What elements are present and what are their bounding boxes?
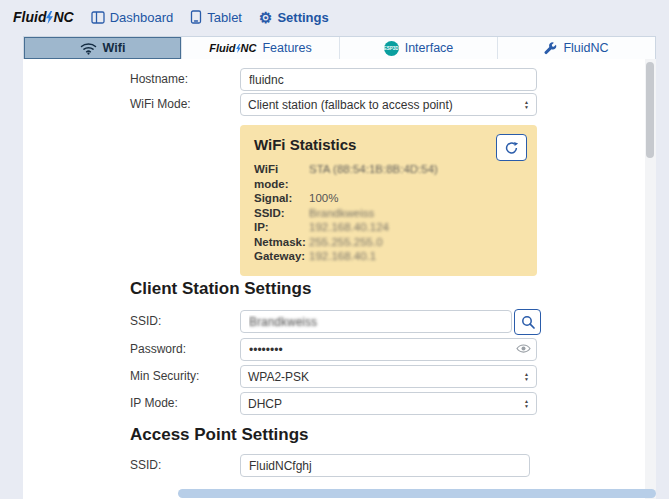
- tab-interface-label: Interface: [405, 41, 454, 55]
- client-station-heading: Client Station Settings: [130, 279, 311, 299]
- hostname-input[interactable]: [240, 68, 537, 91]
- tab-fluidnc[interactable]: FluidNC: [497, 37, 655, 59]
- nav-settings-label: Settings: [277, 10, 328, 25]
- fluidnc-webui-settings-page: Fluid NC Dashboard Tablet ⚙ Settings Wif…: [0, 0, 669, 499]
- tab-wifi[interactable]: Wifi: [24, 37, 181, 59]
- stats-row-signal: Signal: 100%: [254, 191, 523, 206]
- mini-brand-post: NC: [241, 42, 257, 54]
- wifi-mode-select[interactable]: Client station (fallback to access point…: [240, 93, 537, 116]
- nav-settings[interactable]: ⚙ Settings: [259, 10, 329, 25]
- stats-label: SSID:: [254, 206, 309, 221]
- tab-features[interactable]: Fluid NC Features: [181, 37, 339, 59]
- dashboard-icon: [91, 11, 105, 24]
- stats-label: Gateway:: [254, 249, 309, 264]
- show-password-toggle[interactable]: [516, 343, 531, 354]
- wifi-icon: [80, 42, 97, 55]
- wrench-icon: [544, 42, 557, 55]
- fluidnc-logo[interactable]: Fluid NC: [13, 9, 74, 25]
- mini-brand-pre: Fluid: [209, 42, 235, 54]
- stats-value: Brandkweiss: [309, 206, 374, 221]
- min-security-label: Min Security:: [130, 369, 199, 383]
- nav-tablet-label: Tablet: [207, 10, 242, 25]
- eye-icon: [516, 343, 531, 354]
- esp3d-badge-icon: ESP3D: [384, 41, 399, 56]
- brand-text-post: NC: [53, 9, 73, 25]
- ip-mode-selected-value: DHCP: [248, 397, 282, 411]
- lightning-icon: [46, 11, 53, 24]
- wifi-mode-label: WiFi Mode:: [130, 97, 191, 111]
- nav-dashboard-label: Dashboard: [110, 10, 174, 25]
- stats-row-netmask: Netmask: 255.255.255.0: [254, 235, 523, 250]
- search-icon: [521, 315, 535, 329]
- wifi-statistics-title: WiFi Statistics: [254, 136, 523, 153]
- refresh-icon: [504, 141, 519, 155]
- client-ssid-input[interactable]: [240, 310, 512, 333]
- select-arrows-icon: ▲▼: [524, 100, 529, 109]
- wifi-statistics-panel: WiFi Statistics WiFi mode: STA (88:54:1B…: [240, 125, 537, 276]
- refresh-button[interactable]: [496, 134, 527, 161]
- scan-ssid-button[interactable]: [514, 309, 541, 335]
- select-arrows-icon: ▲▼: [524, 399, 529, 408]
- top-navigation: Fluid NC Dashboard Tablet ⚙ Settings: [0, 0, 669, 34]
- stats-row-gateway: Gateway: 192.168.40.1: [254, 249, 523, 264]
- min-security-select[interactable]: WPA2-PSK ▲▼: [240, 365, 537, 388]
- stats-row-ip: IP: 192.168.40.124: [254, 220, 523, 235]
- stats-value: 192.168.40.124: [309, 220, 389, 235]
- settings-tab-bar: Wifi Fluid NC Features ESP3D Interface F…: [23, 36, 656, 60]
- ap-ssid-label: SSID:: [130, 458, 161, 472]
- stats-label: Signal:: [254, 191, 309, 206]
- stats-value: 255.255.255.0: [309, 235, 383, 250]
- brand-text-pre: Fluid: [13, 9, 46, 25]
- vertical-scrollbar[interactable]: [645, 59, 656, 499]
- gear-icon: ⚙: [259, 10, 272, 25]
- min-security-selected-value: WPA2-PSK: [248, 370, 309, 384]
- wifi-mode-selected-value: Client station (fallback to access point…: [248, 98, 453, 112]
- horizontal-scrollbar-thumb[interactable]: [178, 489, 656, 498]
- stats-value: STA (88:54:1B:8B:4D:54): [309, 162, 438, 191]
- select-arrows-icon: ▲▼: [524, 372, 529, 381]
- stats-label: Netmask:: [254, 235, 309, 250]
- ip-mode-select[interactable]: DHCP ▲▼: [240, 392, 537, 415]
- password-input[interactable]: [240, 338, 537, 361]
- tab-fluidnc-label: FluidNC: [563, 41, 608, 55]
- hostname-label: Hostname:: [130, 72, 188, 86]
- access-point-heading: Access Point Settings: [130, 425, 309, 445]
- stats-label: IP:: [254, 220, 309, 235]
- tab-wifi-label: Wifi: [103, 41, 126, 55]
- stats-value: 100%: [309, 191, 338, 206]
- fluidnc-mini-logo: Fluid NC: [209, 42, 256, 54]
- password-label: Password:: [130, 342, 186, 356]
- client-ssid-label: SSID:: [130, 314, 161, 328]
- stats-value: 192.168.40.1: [309, 249, 376, 264]
- nav-tablet[interactable]: Tablet: [190, 10, 242, 25]
- ap-ssid-input[interactable]: [240, 454, 530, 477]
- vertical-scrollbar-thumb[interactable]: [646, 62, 654, 158]
- nav-dashboard[interactable]: Dashboard: [91, 10, 174, 25]
- tab-features-label: Features: [262, 41, 311, 55]
- ip-mode-label: IP Mode:: [130, 396, 178, 410]
- stats-row-ssid: SSID: Brandkweiss: [254, 206, 523, 221]
- stats-label: WiFi mode:: [254, 162, 309, 191]
- stats-row-wifi-mode: WiFi mode: STA (88:54:1B:8B:4D:54): [254, 162, 523, 191]
- settings-content-panel: Hostname: WiFi Mode: Client station (fal…: [23, 59, 645, 499]
- tab-interface[interactable]: ESP3D Interface: [339, 37, 497, 59]
- tablet-icon: [190, 10, 202, 24]
